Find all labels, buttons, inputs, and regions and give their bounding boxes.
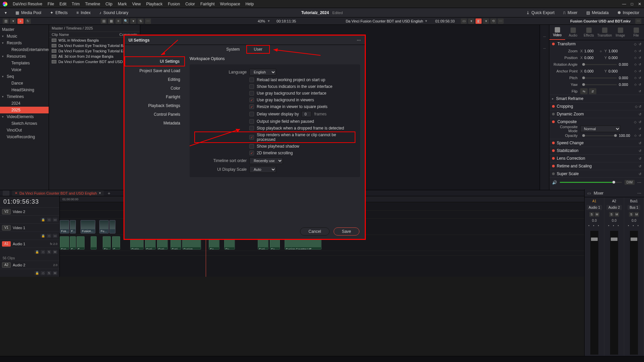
reset-icon[interactable]: ↺	[639, 42, 641, 46]
sound-library-button[interactable]: ♪Sound Library	[97, 10, 131, 16]
add-timeline-button[interactable]: +	[108, 191, 110, 196]
tab-image[interactable]: Image	[612, 25, 628, 40]
tree-item[interactable]: 2025	[0, 107, 49, 113]
strip-marker-2[interactable]: —	[543, 47, 546, 50]
v2-lock-icon[interactable]: 🔒	[41, 218, 45, 222]
video-clip[interactable]	[109, 220, 115, 234]
solo-button[interactable]: S	[589, 212, 594, 217]
mixer-more-icon[interactable]: ⋯	[637, 191, 641, 196]
menu-mark[interactable]: Mark	[118, 2, 127, 6]
chevron-icon[interactable]: ▾	[0, 28, 1, 31]
channel-name[interactable]: Bus1	[629, 199, 639, 204]
lens-correction-header[interactable]: Lens Correction	[557, 156, 585, 161]
tree-item[interactable]: ▾Music	[0, 33, 49, 40]
checkbox[interactable]	[249, 112, 254, 116]
v1-view-icon[interactable]: ▭	[53, 234, 57, 238]
modal-more-icon[interactable]: ⋯	[357, 38, 361, 43]
checkbox[interactable]: ✓	[249, 104, 254, 109]
checkbox[interactable]: ✓	[249, 98, 254, 102]
smart-reframe-header[interactable]: Smart Reframe	[556, 96, 583, 101]
index-button[interactable]: ≡Index	[75, 10, 93, 16]
menu-trim[interactable]: Trim	[72, 2, 80, 6]
menu-fairlight[interactable]: Fairlight	[200, 2, 215, 6]
viewer-link[interactable]: ⟲	[490, 18, 496, 24]
opacity-slider[interactable]	[582, 135, 617, 136]
chevron-icon[interactable]: ▾	[2, 115, 5, 118]
solo-button[interactable]: S	[609, 212, 614, 217]
tab-effects[interactable]: Effects	[581, 25, 597, 40]
v2-view-icon[interactable]: ▭	[53, 218, 57, 222]
settings-nav-item[interactable]: Color	[125, 84, 185, 93]
video-clip[interactable]: Fu...	[99, 220, 109, 234]
zoom-dropdown-icon[interactable]: ▾	[268, 19, 270, 23]
rotation-slider[interactable]	[582, 64, 617, 65]
flip-v-button[interactable]: ⇵	[589, 88, 596, 94]
volume-icon[interactable]: 🔊	[552, 180, 557, 185]
viewer-opt1[interactable]: ▭	[461, 18, 467, 24]
anchor-y[interactable]: 0.000	[608, 69, 624, 73]
volume-slider[interactable]	[560, 182, 622, 183]
sort-button[interactable]: ⇅	[138, 18, 144, 24]
yaw-value[interactable]: 0.000	[619, 83, 634, 87]
menu-timeline[interactable]: Timeline	[85, 2, 100, 6]
refresh-button[interactable]: ↻	[25, 18, 31, 24]
minimize-icon[interactable]: —	[622, 2, 626, 6]
fader[interactable]	[590, 231, 598, 355]
a1-mute-icon[interactable]: M	[53, 250, 57, 254]
save-button[interactable]: Save	[334, 227, 359, 236]
a2-tag[interactable]: A2	[2, 262, 11, 268]
checkbox[interactable]	[249, 77, 254, 82]
composite-header[interactable]: Composite	[557, 119, 577, 124]
tab-audio[interactable]: Audio	[565, 25, 581, 40]
tree-item[interactable]: ▾Timelines	[0, 93, 49, 100]
channel-name[interactable]: A2	[611, 199, 617, 204]
mute-button[interactable]: M	[614, 212, 619, 217]
tree-item[interactable]: ▾Records	[0, 40, 49, 46]
tree-item[interactable]: HeadSkining	[0, 87, 49, 93]
audio-clip[interactable]: F...	[112, 236, 120, 250]
menu-view[interactable]: View	[132, 2, 141, 6]
flip-h-button[interactable]: ⇋	[580, 88, 588, 94]
close-tab-icon[interactable]: ✕	[15, 191, 17, 195]
zoom-y[interactable]: 1.000	[608, 49, 624, 53]
chevron-icon[interactable]: ▾	[2, 35, 5, 38]
channel-name[interactable]: A1	[591, 199, 598, 204]
menu-help[interactable]: Help	[245, 2, 254, 6]
a1-lock-icon[interactable]: 🔒	[35, 250, 39, 254]
channel-more-icon[interactable]: • • •	[628, 224, 640, 227]
quick-export-button[interactable]: ⤓Quick Export	[524, 10, 557, 16]
menu-fusion[interactable]: Fusion	[168, 2, 180, 6]
audio-clip[interactable]	[91, 236, 97, 250]
tree-item[interactable]: 2024	[0, 100, 49, 107]
settings-nav-item[interactable]: Fairlight	[125, 93, 185, 101]
video-clip[interactable]: F...	[70, 220, 76, 234]
ui-scale-select[interactable]: Auto	[249, 166, 276, 173]
menu-edit[interactable]: Edit	[59, 2, 66, 6]
pitch-slider[interactable]	[582, 77, 617, 79]
a1-tag[interactable]: A1	[2, 241, 11, 247]
view-grid-button[interactable]: ▦	[108, 18, 114, 24]
search-dropdown[interactable]: ▾	[130, 18, 136, 24]
keyframe-icon[interactable]: ◇	[634, 42, 637, 46]
audio-clip[interactable]: Fu...	[103, 236, 111, 250]
strip-marker-1[interactable]: —	[543, 35, 546, 38]
breadcrumb[interactable]: Master / Timelines / 2025	[49, 25, 140, 32]
clip-dropdown-icon[interactable]: ▾	[425, 19, 427, 23]
fader[interactable]	[610, 231, 618, 355]
settings-nav-item[interactable]: Metadata	[125, 119, 185, 127]
composite-mode-select[interactable]: Normal	[580, 125, 621, 132]
tree-item[interactable]: Templates	[0, 60, 49, 66]
more-volume-icon[interactable]: ⋯	[637, 180, 641, 185]
timeline-timecode[interactable]: 01:09:56:33	[0, 196, 59, 207]
fader[interactable]	[630, 231, 638, 355]
media-pool-button[interactable]: ▦Media Pool	[13, 10, 43, 16]
cancel-button[interactable]: Cancel	[300, 227, 329, 236]
right-more[interactable]: ⋯	[635, 18, 641, 24]
checkbox[interactable]	[249, 84, 254, 89]
yaw-slider[interactable]	[582, 84, 617, 85]
timeline-tab[interactable]: ✕Da Vinci Fusion Counter BDT and USD Eng…	[12, 190, 104, 196]
pos-y[interactable]: 0.000	[608, 56, 624, 60]
timeline-tools-icon[interactable]	[3, 191, 9, 196]
layout-mixer-icon[interactable]: ▭	[587, 191, 591, 196]
anchor-x[interactable]: 0.000	[584, 69, 600, 73]
